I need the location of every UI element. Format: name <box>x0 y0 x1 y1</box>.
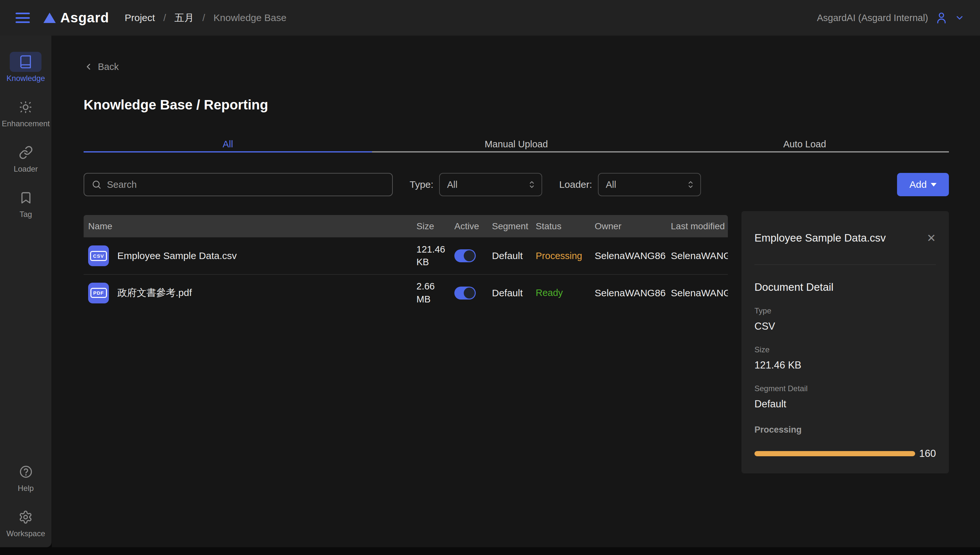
bookmark-icon <box>10 188 42 208</box>
link-icon <box>10 143 42 162</box>
gear-icon <box>10 507 42 527</box>
table-header: Name Size Active Segment Status Owner La… <box>84 215 728 237</box>
processing-label: Processing <box>755 425 936 435</box>
tab-manual-upload[interactable]: Manual Upload <box>372 138 660 152</box>
app-logo: Asgard <box>43 10 109 26</box>
field-label-segment-detail: Segment Detail <box>755 384 936 393</box>
breadcrumb-month[interactable]: 五月 <box>174 11 194 25</box>
sidebar-item-help[interactable]: Help <box>10 462 42 493</box>
pdf-file-icon: PDF <box>88 283 109 303</box>
account-menu[interactable]: AsgardAI (Asgard Internal) <box>817 11 964 25</box>
sidebar-item-knowledge[interactable]: Knowledge <box>6 52 45 83</box>
tab-bar: All Manual Upload Auto Load <box>84 138 949 152</box>
progress-bar <box>755 451 915 456</box>
main-content: Back Knowledge Base / Reporting All Manu… <box>52 35 980 547</box>
document-detail-panel: Employee Sample Data.csv ✕ Document Deta… <box>742 211 949 473</box>
sun-icon <box>10 97 42 117</box>
type-select[interactable]: All <box>439 173 542 196</box>
segment-value: Default <box>492 287 536 298</box>
hamburger-menu-icon[interactable] <box>16 13 30 23</box>
sidebar-item-label: Knowledge <box>6 74 45 83</box>
breadcrumb-knowledge-base: Knowledge Base <box>214 12 286 23</box>
book-icon <box>10 52 42 72</box>
field-label-size: Size <box>755 345 936 354</box>
search-box[interactable] <box>84 173 393 196</box>
owner-value: SelenaWANG86 <box>595 287 671 298</box>
sidebar-item-enhancement[interactable]: Enhancement <box>2 97 50 128</box>
logo-text: Asgard <box>60 10 109 26</box>
panel-section-title: Document Detail <box>755 281 936 294</box>
status-badge: Ready <box>536 287 595 298</box>
field-value-type: CSV <box>755 321 936 332</box>
sidebar-item-label: Loader <box>14 165 38 173</box>
status-badge: Processing <box>536 250 595 261</box>
progress-fill <box>755 451 915 456</box>
user-icon[interactable] <box>935 11 948 25</box>
last-modified-by-value: SelenaWANG86 <box>671 250 728 261</box>
last-modified-by-value: SelenaWANG86 <box>671 287 728 298</box>
panel-title: Employee Sample Data.csv <box>755 232 927 244</box>
back-button[interactable]: Back <box>84 61 119 72</box>
sidebar-item-label: Tag <box>19 210 32 219</box>
file-name: Employee Sample Data.csv <box>117 250 237 261</box>
tab-all[interactable]: All <box>84 138 372 152</box>
breadcrumb-project[interactable]: Project <box>125 12 155 23</box>
file-size: 121.46 KB <box>417 243 454 268</box>
field-value-segment-detail: Default <box>755 398 936 410</box>
filter-bar: Type: All Loader: All Add <box>84 173 949 196</box>
breadcrumb-separator: / <box>163 12 166 23</box>
sidebar-item-workspace[interactable]: Workspace <box>6 507 45 538</box>
active-toggle[interactable] <box>454 249 476 262</box>
add-button[interactable]: Add <box>897 173 949 196</box>
back-label: Back <box>98 61 119 72</box>
select-arrows-icon <box>528 180 536 189</box>
sidebar-item-tag[interactable]: Tag <box>10 188 42 219</box>
segment-value: Default <box>492 250 536 261</box>
close-icon[interactable]: ✕ <box>927 233 936 244</box>
top-bar: Asgard Project / 五月 / Knowledge Base Asg… <box>0 0 980 35</box>
documents-table: Name Size Active Segment Status Owner La… <box>84 215 728 311</box>
table-row[interactable]: PDF 政府文書參考.pdf 2.66 MB Default Ready Sel… <box>84 274 728 311</box>
progress-value: 160 <box>919 448 936 459</box>
tab-auto-load[interactable]: Auto Load <box>660 138 949 152</box>
search-input[interactable] <box>107 180 385 190</box>
search-icon <box>92 180 102 190</box>
select-arrows-icon <box>687 180 695 189</box>
loader-filter-label: Loader: <box>559 179 592 190</box>
chevron-left-icon <box>84 62 93 72</box>
owner-value: SelenaWANG86 <box>595 250 671 261</box>
table-row[interactable]: CSV Employee Sample Data.csv 121.46 KB D… <box>84 237 728 274</box>
help-circle-icon <box>10 462 42 482</box>
sidebar-item-label: Workspace <box>6 529 45 538</box>
breadcrumb-separator: / <box>202 12 205 23</box>
caret-down-icon <box>931 183 937 186</box>
type-filter-label: Type: <box>410 179 433 190</box>
sidebar: Knowledge Enhancement Loader Tag Help <box>0 35 52 547</box>
tab-underline <box>84 151 372 152</box>
sidebar-item-label: Enhancement <box>2 119 50 128</box>
field-value-size: 121.46 KB <box>755 359 936 371</box>
field-label-type: Type <box>755 306 936 315</box>
active-toggle[interactable] <box>454 287 476 300</box>
file-name: 政府文書參考.pdf <box>117 286 192 300</box>
breadcrumb: Project / 五月 / Knowledge Base <box>125 11 286 25</box>
csv-file-icon: CSV <box>88 245 109 266</box>
account-name: AsgardAI (Asgard Internal) <box>817 13 928 23</box>
sidebar-item-loader[interactable]: Loader <box>10 143 42 173</box>
tab-underline <box>372 151 660 152</box>
chevron-down-icon[interactable] <box>955 13 964 22</box>
loader-select[interactable]: All <box>598 173 701 196</box>
page-title: Knowledge Base / Reporting <box>84 97 949 113</box>
sidebar-item-label: Help <box>18 484 34 493</box>
logo-triangle-icon <box>43 13 56 23</box>
tab-underline <box>660 151 949 152</box>
file-size: 2.66 MB <box>417 280 454 305</box>
